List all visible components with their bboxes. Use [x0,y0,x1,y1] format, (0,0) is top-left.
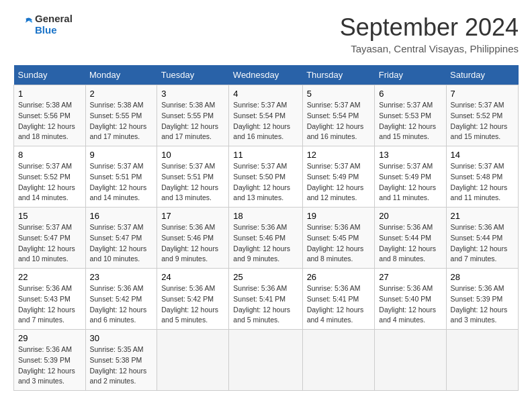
day-info: Sunrise: 5:37 AMSunset: 5:51 PMDaylight:… [90,161,153,203]
day-number: 16 [90,211,153,221]
day-number: 13 [379,150,441,160]
day-number: 3 [161,89,224,99]
month-title: September 2024 [340,13,519,42]
day-info: Sunrise: 5:36 AMSunset: 5:41 PMDaylight:… [307,283,371,326]
header-tuesday: Tuesday [157,65,229,85]
day-info: Sunrise: 5:36 AMSunset: 5:42 PMDaylight:… [161,283,224,326]
calendar-week-3: 15Sunrise: 5:37 AMSunset: 5:47 PMDayligh… [14,208,519,269]
day-number: 25 [233,272,298,282]
calendar-cell: 19Sunrise: 5:36 AMSunset: 5:45 PMDayligh… [302,208,375,269]
calendar-cell: 9Sunrise: 5:37 AMSunset: 5:51 PMDaylight… [85,146,157,208]
day-number: 11 [233,150,298,160]
calendar-cell: 12Sunrise: 5:37 AMSunset: 5:49 PMDayligh… [302,146,375,208]
title-section: September 2024 Tayasan, Central Visayas,… [340,13,519,54]
calendar-cell: 22Sunrise: 5:36 AMSunset: 5:43 PMDayligh… [14,269,86,330]
day-number: 12 [307,150,371,160]
calendar-week-4: 22Sunrise: 5:36 AMSunset: 5:43 PMDayligh… [14,269,519,330]
day-number: 23 [90,272,153,282]
logo-visual: General Blue [13,13,73,36]
calendar-cell: 29Sunrise: 5:36 AMSunset: 5:39 PMDayligh… [14,330,86,391]
day-number: 6 [379,89,441,99]
calendar-cell: 10Sunrise: 5:37 AMSunset: 5:51 PMDayligh… [157,146,229,208]
calendar-cell [446,330,518,391]
day-info: Sunrise: 5:36 AMSunset: 5:42 PMDaylight:… [90,283,153,326]
day-number: 5 [307,89,371,99]
calendar-table: SundayMondayTuesdayWednesdayThursdayFrid… [13,65,519,391]
day-info: Sunrise: 5:35 AMSunset: 5:38 PMDaylight:… [90,345,153,387]
calendar-cell: 16Sunrise: 5:37 AMSunset: 5:47 PMDayligh… [85,208,157,269]
calendar-week-5: 29Sunrise: 5:36 AMSunset: 5:39 PMDayligh… [14,330,519,391]
day-number: 10 [161,150,224,160]
calendar-header-row: SundayMondayTuesdayWednesdayThursdayFrid… [14,65,519,85]
calendar-cell: 27Sunrise: 5:36 AMSunset: 5:40 PMDayligh… [375,269,446,330]
calendar-cell: 17Sunrise: 5:36 AMSunset: 5:46 PMDayligh… [157,208,229,269]
day-number: 22 [18,272,81,282]
calendar-cell: 21Sunrise: 5:36 AMSunset: 5:44 PMDayligh… [446,208,518,269]
day-info: Sunrise: 5:36 AMSunset: 5:40 PMDaylight:… [379,283,441,326]
calendar-cell [375,330,446,391]
calendar-cell: 18Sunrise: 5:36 AMSunset: 5:46 PMDayligh… [229,208,302,269]
calendar-cell: 7Sunrise: 5:37 AMSunset: 5:52 PMDaylight… [446,85,518,146]
day-number: 21 [451,211,514,221]
header-sunday: Sunday [14,65,86,85]
day-number: 4 [233,89,298,99]
day-info: Sunrise: 5:36 AMSunset: 5:41 PMDaylight:… [233,283,298,326]
calendar-cell [302,330,375,391]
calendar-cell: 5Sunrise: 5:37 AMSunset: 5:54 PMDaylight… [302,85,375,146]
calendar-cell: 20Sunrise: 5:36 AMSunset: 5:44 PMDayligh… [375,208,446,269]
day-info: Sunrise: 5:37 AMSunset: 5:52 PMDaylight:… [18,161,81,203]
calendar-cell [229,330,302,391]
calendar-cell: 3Sunrise: 5:38 AMSunset: 5:55 PMDaylight… [157,85,229,146]
day-info: Sunrise: 5:37 AMSunset: 5:47 PMDaylight:… [90,222,153,265]
calendar-cell: 23Sunrise: 5:36 AMSunset: 5:42 PMDayligh… [85,269,157,330]
day-number: 27 [379,272,441,282]
day-number: 30 [90,333,153,343]
day-number: 7 [451,89,514,99]
calendar-cell: 15Sunrise: 5:37 AMSunset: 5:47 PMDayligh… [14,208,86,269]
day-info: Sunrise: 5:37 AMSunset: 5:50 PMDaylight:… [233,161,298,203]
calendar-week-2: 8Sunrise: 5:37 AMSunset: 5:52 PMDaylight… [14,146,519,208]
calendar-cell: 14Sunrise: 5:37 AMSunset: 5:48 PMDayligh… [446,146,518,208]
header-saturday: Saturday [446,65,518,85]
day-info: Sunrise: 5:37 AMSunset: 5:53 PMDaylight:… [379,100,441,142]
day-number: 24 [161,272,224,282]
day-info: Sunrise: 5:37 AMSunset: 5:54 PMDaylight:… [233,100,298,142]
calendar-cell: 24Sunrise: 5:36 AMSunset: 5:42 PMDayligh… [157,269,229,330]
day-info: Sunrise: 5:37 AMSunset: 5:49 PMDaylight:… [307,161,371,203]
day-info: Sunrise: 5:38 AMSunset: 5:55 PMDaylight:… [161,100,224,142]
day-number: 14 [451,150,514,160]
calendar-cell: 8Sunrise: 5:37 AMSunset: 5:52 PMDaylight… [14,146,86,208]
calendar-cell: 26Sunrise: 5:36 AMSunset: 5:41 PMDayligh… [302,269,375,330]
header-thursday: Thursday [302,65,375,85]
day-number: 17 [161,211,224,221]
calendar-cell: 4Sunrise: 5:37 AMSunset: 5:54 PMDaylight… [229,85,302,146]
day-info: Sunrise: 5:37 AMSunset: 5:48 PMDaylight:… [451,161,514,203]
logo-bird-icon [13,15,34,35]
header-friday: Friday [375,65,446,85]
day-info: Sunrise: 5:37 AMSunset: 5:47 PMDaylight:… [18,222,81,265]
day-info: Sunrise: 5:38 AMSunset: 5:56 PMDaylight:… [18,100,81,142]
day-number: 28 [451,272,514,282]
page-header: General Blue September 2024 Tayasan, Cen… [13,13,519,54]
day-info: Sunrise: 5:36 AMSunset: 5:44 PMDaylight:… [379,222,441,265]
day-info: Sunrise: 5:38 AMSunset: 5:55 PMDaylight:… [90,100,153,142]
day-info: Sunrise: 5:36 AMSunset: 5:45 PMDaylight:… [307,222,371,265]
day-info: Sunrise: 5:36 AMSunset: 5:46 PMDaylight:… [161,222,224,265]
day-info: Sunrise: 5:37 AMSunset: 5:52 PMDaylight:… [451,100,514,142]
day-number: 19 [307,211,371,221]
calendar-cell [157,330,229,391]
day-number: 9 [90,150,153,160]
header-wednesday: Wednesday [229,65,302,85]
day-info: Sunrise: 5:36 AMSunset: 5:39 PMDaylight:… [451,283,514,326]
day-number: 2 [90,89,153,99]
day-info: Sunrise: 5:37 AMSunset: 5:54 PMDaylight:… [307,100,371,142]
day-number: 15 [18,211,81,221]
day-info: Sunrise: 5:36 AMSunset: 5:46 PMDaylight:… [233,222,298,265]
day-number: 29 [18,333,81,343]
header-monday: Monday [85,65,157,85]
calendar-cell: 13Sunrise: 5:37 AMSunset: 5:49 PMDayligh… [375,146,446,208]
location: Tayasan, Central Visayas, Philippines [340,43,519,54]
day-number: 1 [18,89,81,99]
calendar-cell: 2Sunrise: 5:38 AMSunset: 5:55 PMDaylight… [85,85,157,146]
calendar-cell: 6Sunrise: 5:37 AMSunset: 5:53 PMDaylight… [375,85,446,146]
